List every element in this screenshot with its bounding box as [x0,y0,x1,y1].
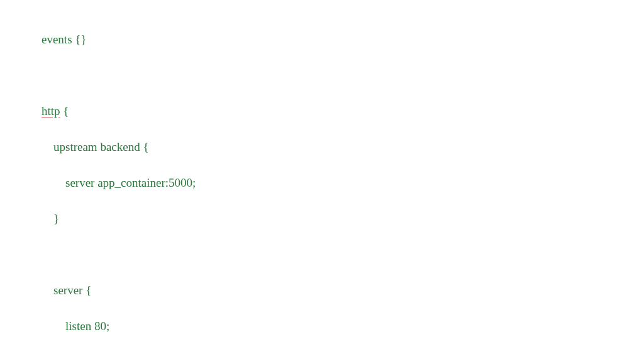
code-fragment: { [60,104,69,118]
code-line: } [42,210,631,228]
spellcheck-underline: http [42,104,60,118]
code-line [42,67,631,85]
code-line: server { [42,282,631,300]
code-line: upstream backend { [42,138,631,157]
code-line: listen 80; [42,318,631,336]
code-line: server app_container:5000; [42,174,631,192]
code-line [42,246,631,264]
code-line: http { [42,102,631,121]
nginx-config-code: events {} http { upstream backend { serv… [42,13,631,354]
code-line: events {} [42,31,631,49]
